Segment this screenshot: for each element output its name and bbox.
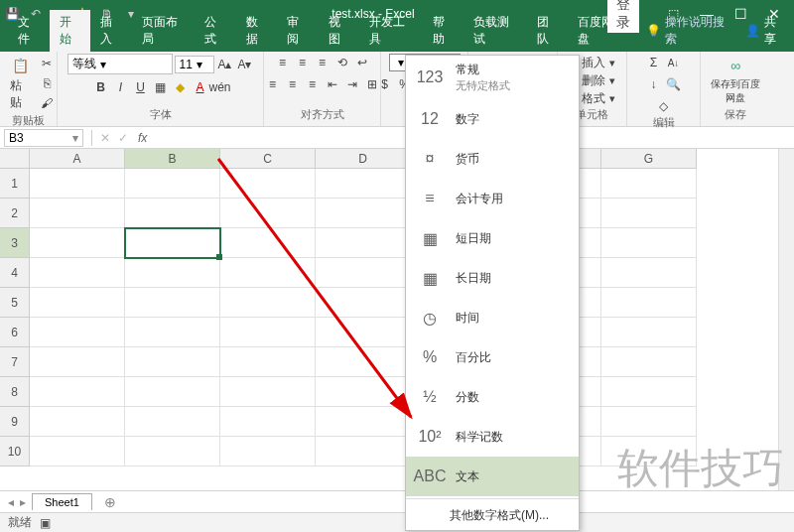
- fill-color-icon[interactable]: ◆: [172, 78, 190, 96]
- cell[interactable]: [601, 199, 697, 228]
- sort-filter-icon[interactable]: A↓: [665, 54, 683, 71]
- cell[interactable]: [316, 228, 411, 258]
- cell[interactable]: [30, 228, 125, 258]
- decrease-font-icon[interactable]: A▾: [236, 56, 254, 73]
- add-sheet-icon[interactable]: ⊕: [98, 494, 122, 510]
- cell[interactable]: [125, 377, 220, 407]
- cell[interactable]: [220, 258, 316, 288]
- tab-数据[interactable]: 数据: [236, 10, 278, 52]
- cell[interactable]: [601, 228, 697, 258]
- cell[interactable]: [125, 318, 220, 347]
- tab-视图[interactable]: 视图: [319, 10, 360, 52]
- cell[interactable]: [125, 228, 220, 258]
- cell[interactable]: [125, 437, 220, 466]
- clear-icon[interactable]: ◇: [655, 97, 673, 115]
- cell[interactable]: [30, 377, 125, 407]
- bold-icon[interactable]: B: [92, 78, 110, 96]
- align-right-icon[interactable]: ≡: [304, 75, 322, 93]
- cell[interactable]: [316, 169, 411, 199]
- font-size-combo[interactable]: 11▾: [175, 56, 214, 73]
- cell[interactable]: [601, 258, 697, 288]
- tab-开始[interactable]: 开始: [50, 10, 91, 52]
- col-header[interactable]: D: [316, 149, 411, 169]
- col-header[interactable]: B: [125, 149, 220, 169]
- row-header[interactable]: 10: [0, 437, 30, 466]
- format-option-科学记数[interactable]: 10²科学记数: [406, 417, 579, 457]
- align-mid-icon[interactable]: ≡: [294, 54, 312, 71]
- sheet-tab[interactable]: Sheet1: [32, 493, 92, 510]
- enter-icon[interactable]: ✓: [114, 131, 132, 145]
- indent-icon[interactable]: ⇥: [343, 75, 361, 93]
- cell[interactable]: [316, 437, 411, 466]
- tab-开发工具[interactable]: 开发工具: [359, 10, 422, 52]
- cell[interactable]: [601, 377, 697, 407]
- cell[interactable]: [30, 199, 125, 228]
- tab-团队[interactable]: 团队: [527, 10, 569, 52]
- cell[interactable]: [220, 288, 316, 318]
- cell[interactable]: [30, 347, 125, 377]
- cell[interactable]: [316, 377, 411, 407]
- tab-公式[interactable]: 公式: [195, 10, 236, 52]
- outdent-icon[interactable]: ⇤: [324, 75, 341, 93]
- border-icon[interactable]: ▦: [152, 78, 170, 96]
- tab-负载测试[interactable]: 负载测试: [463, 10, 526, 52]
- font-name-combo[interactable]: 等线▾: [67, 54, 173, 74]
- orientation-icon[interactable]: ⟲: [333, 54, 351, 71]
- autosum-icon[interactable]: Σ: [645, 54, 663, 71]
- format-option-文本[interactable]: ABC文本: [406, 457, 579, 496]
- cell[interactable]: [601, 407, 697, 437]
- cell[interactable]: [316, 407, 411, 437]
- cell[interactable]: [220, 228, 316, 258]
- format-option-货币[interactable]: ¤货币: [406, 139, 579, 179]
- tab-帮助[interactable]: 帮助: [423, 10, 464, 52]
- phonetic-icon[interactable]: wén: [211, 78, 229, 96]
- cell[interactable]: [316, 199, 411, 228]
- share-button[interactable]: 👤共享: [735, 10, 794, 52]
- increase-font-icon[interactable]: A▴: [216, 56, 234, 73]
- row-header[interactable]: 9: [0, 407, 30, 437]
- wrap-icon[interactable]: ↩: [353, 54, 371, 71]
- col-header[interactable]: A: [30, 149, 125, 169]
- row-header[interactable]: 7: [0, 347, 30, 377]
- cell[interactable]: [30, 288, 125, 318]
- cell[interactable]: [220, 169, 316, 199]
- col-header[interactable]: C: [220, 149, 316, 169]
- cell[interactable]: [125, 407, 220, 437]
- more-number-formats[interactable]: 其他数字格式(M)...: [406, 501, 579, 530]
- cell[interactable]: [30, 407, 125, 437]
- tab-插入[interactable]: 插入: [90, 10, 132, 52]
- cell[interactable]: [601, 169, 697, 199]
- cell[interactable]: [30, 318, 125, 347]
- cut-icon[interactable]: ✂: [38, 55, 56, 72]
- cell[interactable]: [220, 407, 316, 437]
- cell[interactable]: [220, 199, 316, 228]
- row-header[interactable]: 3: [0, 228, 30, 258]
- sheet-nav-next-icon[interactable]: ▸: [20, 495, 26, 509]
- align-top-icon[interactable]: ≡: [274, 54, 292, 71]
- tell-me[interactable]: 💡操作说明搜索: [638, 10, 735, 52]
- save-cloud-button[interactable]: ∞ 保存到百度网盘: [707, 54, 764, 107]
- col-header[interactable]: G: [601, 149, 697, 169]
- row-header[interactable]: 8: [0, 377, 30, 407]
- format-option-短日期[interactable]: ▦短日期: [406, 218, 579, 258]
- align-center-icon[interactable]: ≡: [284, 75, 302, 93]
- cell[interactable]: [220, 377, 316, 407]
- fx-icon[interactable]: fx: [132, 131, 153, 145]
- cell[interactable]: [220, 318, 316, 347]
- name-box[interactable]: B3▾: [4, 129, 83, 147]
- format-painter-icon[interactable]: 🖌: [38, 94, 56, 112]
- cell[interactable]: [125, 347, 220, 377]
- fill-icon[interactable]: ↓: [645, 75, 663, 93]
- cell[interactable]: [125, 288, 220, 318]
- underline-icon[interactable]: U: [132, 78, 150, 96]
- row-header[interactable]: 6: [0, 318, 30, 347]
- format-option-时间[interactable]: ◷时间: [406, 298, 579, 337]
- format-option-数字[interactable]: 12数字: [406, 99, 579, 139]
- format-option-百分比[interactable]: %百分比: [406, 337, 579, 377]
- cell[interactable]: [601, 318, 697, 347]
- cell[interactable]: [30, 258, 125, 288]
- find-icon[interactable]: 🔍: [665, 75, 683, 93]
- cell[interactable]: [125, 258, 220, 288]
- tab-页面布局[interactable]: 页面布局: [132, 10, 195, 52]
- format-option-长日期[interactable]: ▦长日期: [406, 258, 579, 298]
